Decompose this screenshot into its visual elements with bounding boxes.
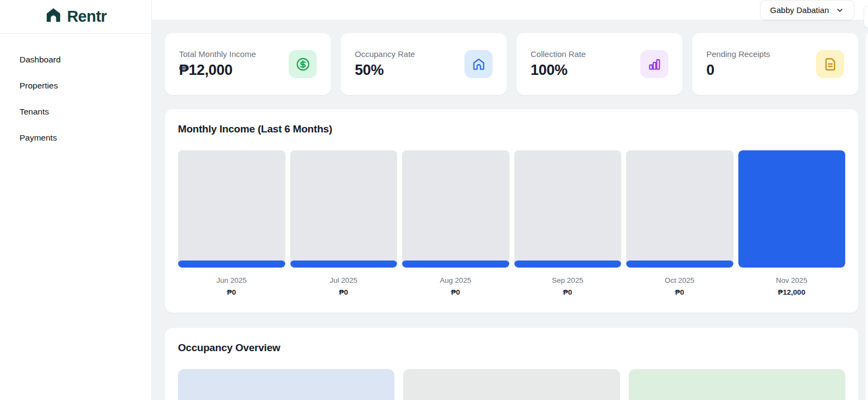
home-icon [464,50,493,78]
bar-fill [626,261,733,268]
bar-fill [738,150,846,268]
sidebar-item-payments[interactable]: Payments [20,130,151,145]
dashboard-content: Total Monthly Income ₱12,000 Occupancy R… [152,21,868,400]
stat-card-collection-rate: Collection Rate 100% [516,33,682,95]
stats-row: Total Monthly Income ₱12,000 Occupancy R… [165,33,858,95]
income-bar-chart: Jun 2025 ₱0 Jul 2025 ₱0 Aug 2025 ₱0 Sep … [178,150,845,296]
occupancy-overview-title: Occupancy Overview [178,342,845,354]
dollar-circle-icon [289,50,317,78]
main-area: Gabby Dabatian Total Monthly Income ₱12,… [152,0,868,400]
monthly-income-title: Monthly Income (Last 6 Months) [178,123,845,135]
bar-month-label: Nov 2025 [738,276,846,284]
brand-logo[interactable]: Rentr [0,0,151,34]
cutoff-element [864,6,868,28]
bar-column-jun: Jun 2025 ₱0 [178,150,285,296]
bar-month-label: Jun 2025 [178,276,285,284]
bar-column-sep: Sep 2025 ₱0 [514,150,622,296]
occupancy-tile-green [629,369,845,400]
brand-name: Rentr [67,8,106,26]
bar-track [402,150,509,268]
bar-column-oct: Oct 2025 ₱0 [626,150,733,296]
sidebar-nav: Dashboard Properties Tenants Payments [0,34,151,145]
bar-track [290,150,398,268]
stat-value: 50% [355,62,415,79]
bar-chart-icon [640,50,668,78]
bar-column-aug: Aug 2025 ₱0 [402,150,509,296]
occupancy-tile-gray [403,369,620,400]
bar-amount-label: ₱0 [514,288,622,296]
bar-fill [178,261,285,268]
bar-amount-label: ₱0 [178,288,285,296]
bar-column-nov: Nov 2025 ₱12,000 [738,150,846,296]
stat-value: 100% [531,62,586,79]
chevron-down-icon [835,6,844,15]
stat-label: Collection Rate [531,49,586,59]
bar-month-label: Aug 2025 [402,276,509,284]
home-logo-icon [44,7,62,27]
bar-fill [290,261,398,268]
bar-track [626,150,733,268]
bar-track [514,150,622,268]
bar-fill [402,261,509,268]
stat-label: Pending Receipts [706,49,770,59]
bar-amount-label: ₱0 [402,288,509,296]
sidebar-item-properties[interactable]: Properties [20,78,151,93]
stat-label: Occupancy Rate [355,49,415,59]
stat-value: ₱12,000 [179,62,256,79]
occupancy-tile-blue [178,369,394,400]
receipt-icon [816,50,844,78]
top-header: Gabby Dabatian [152,0,868,21]
bar-month-label: Jul 2025 [290,276,398,284]
user-menu-label: Gabby Dabatian [770,5,829,15]
monthly-income-panel: Monthly Income (Last 6 Months) Jun 2025 … [165,109,858,313]
occupancy-overview-panel: Occupancy Overview [165,328,858,400]
sidebar-item-tenants[interactable]: Tenants [20,104,151,119]
bar-amount-label: ₱12,000 [738,288,846,296]
vertical-scrollbar[interactable] [865,34,868,400]
bar-track [738,150,846,268]
bar-column-jul: Jul 2025 ₱0 [290,150,398,296]
sidebar-item-dashboard[interactable]: Dashboard [20,52,151,67]
occupancy-tiles [178,369,845,400]
bar-month-label: Oct 2025 [626,276,733,284]
stat-card-occupancy-rate: Occupancy Rate 50% [341,33,507,95]
stat-card-total-income: Total Monthly Income ₱12,000 [165,33,331,95]
stat-card-pending-receipts: Pending Receipts 0 [692,33,858,95]
stat-value: 0 [706,62,770,79]
sidebar: Rentr Dashboard Properties Tenants Payme… [0,0,152,400]
bar-month-label: Sep 2025 [514,276,622,284]
stat-label: Total Monthly Income [179,49,256,59]
user-menu-button[interactable]: Gabby Dabatian [760,0,854,20]
bar-amount-label: ₱0 [290,288,398,296]
bar-fill [514,261,622,268]
bar-track [178,150,285,268]
bar-amount-label: ₱0 [626,288,733,296]
